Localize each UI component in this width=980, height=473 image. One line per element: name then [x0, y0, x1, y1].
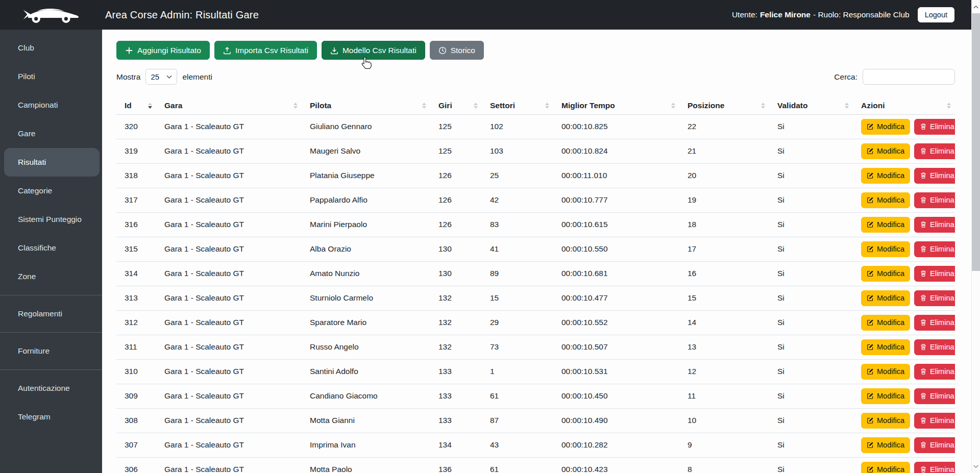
elimina-button[interactable]: Elimina: [914, 462, 955, 473]
pencil-square-icon: [867, 392, 874, 400]
sidebar-item-gare[interactable]: Gare: [0, 119, 102, 148]
pencil-square-icon: [867, 270, 874, 277]
trash-icon: [920, 441, 927, 449]
elimina-button[interactable]: Elimina: [914, 413, 955, 429]
elimina-button[interactable]: Elimina: [914, 437, 955, 453]
sidebar-item-risultati[interactable]: Risultati: [4, 148, 100, 177]
cell-posizione: 20: [679, 163, 769, 188]
cell-gara: Gara 1 - Scaleauto GT: [156, 457, 302, 473]
pencil-square-icon: [867, 221, 874, 228]
storico-button[interactable]: Storico: [430, 41, 484, 60]
clock-icon: [438, 46, 447, 55]
sidebar-item-categorie[interactable]: Categorie: [0, 177, 102, 205]
column-header-pilota[interactable]: Pilota: [302, 97, 430, 114]
trash-icon: [920, 245, 927, 253]
column-header-azioni[interactable]: Azioni: [853, 97, 955, 114]
cell-posizione: 18: [679, 212, 769, 237]
elimina-button[interactable]: Elimina: [914, 364, 955, 380]
table-row: 318Gara 1 - Scaleauto GTPlatania Giusepp…: [116, 163, 955, 188]
modifica-button[interactable]: Modifica: [861, 241, 910, 257]
cell-validato: Si: [769, 188, 853, 212]
modello-csv-risultati-button[interactable]: Modello Csv Risultati: [322, 41, 425, 60]
sidebar-item-regolamenti[interactable]: Regolamenti: [0, 300, 102, 328]
elimina-button[interactable]: Elimina: [914, 315, 955, 331]
modifica-button[interactable]: Modifica: [861, 266, 910, 282]
table-row: 311Gara 1 - Scaleauto GTRusso Angelo1327…: [116, 335, 955, 359]
elimina-button[interactable]: Elimina: [914, 339, 955, 355]
sidebar-item-campionati[interactable]: Campionati: [0, 91, 102, 119]
elimina-button[interactable]: Elimina: [914, 266, 955, 282]
modifica-button[interactable]: Modifica: [861, 119, 910, 135]
race-car-logo[interactable]: [0, 6, 102, 24]
elimina-button[interactable]: Elimina: [914, 143, 955, 159]
scroll-down-button[interactable]: [972, 462, 980, 471]
page-size-value: 25: [151, 72, 159, 81]
sidebar-item-autenticazione[interactable]: Autenticazione: [0, 374, 102, 403]
sidebar-item-club[interactable]: Club: [0, 34, 102, 62]
column-header-id[interactable]: Id: [116, 97, 156, 114]
sidebar-item-classifiche[interactable]: Classifiche: [0, 234, 102, 262]
modifica-button[interactable]: Modifica: [861, 143, 910, 159]
cell-pilota: Pappalardo Alfio: [302, 188, 430, 212]
modifica-button[interactable]: Modifica: [861, 217, 910, 233]
sidebar-item-telegram[interactable]: Telegram: [0, 403, 102, 431]
sidebar-item-forniture[interactable]: Forniture: [0, 337, 102, 365]
cell-settori: 61: [482, 457, 553, 473]
cell-miglior-tempo: 00:00:10.507: [553, 335, 679, 359]
elimina-button[interactable]: Elimina: [914, 168, 955, 184]
trash-icon: [920, 123, 927, 130]
modifica-button[interactable]: Modifica: [861, 462, 910, 473]
elimina-button[interactable]: Elimina: [914, 119, 955, 135]
modifica-button[interactable]: Modifica: [861, 388, 910, 404]
cell-giri: 133: [430, 384, 482, 408]
cell-posizione: 22: [679, 114, 769, 139]
elimina-button[interactable]: Elimina: [914, 388, 955, 404]
importa-csv-risultati-button[interactable]: Importa Csv Risultati: [214, 41, 317, 60]
pencil-square-icon: [867, 343, 874, 351]
column-header-settori[interactable]: Settori: [482, 97, 553, 114]
column-header-miglior-tempo[interactable]: Miglior Tempo: [553, 97, 679, 114]
cell-miglior-tempo: 00:00:10.681: [553, 261, 679, 286]
vertical-scrollbar[interactable]: [971, 0, 980, 473]
app-window: Area Corse Admin: Risultati Gare Utente:…: [0, 0, 980, 473]
sidebar-item-sistemi-punteggio[interactable]: Sistemi Punteggio: [0, 205, 102, 234]
cell-posizione: 15: [679, 286, 769, 310]
modifica-button[interactable]: Modifica: [861, 192, 910, 208]
cell-pilota: Imprima Ivan: [302, 433, 430, 457]
elimina-button[interactable]: Elimina: [914, 241, 955, 257]
cell-giri: 125: [430, 139, 482, 163]
modifica-button[interactable]: Modifica: [861, 290, 910, 306]
scrollbar-thumb[interactable]: [972, 13, 980, 271]
trash-icon: [920, 172, 927, 179]
column-label: Giri: [438, 101, 452, 110]
search-input[interactable]: [863, 69, 955, 85]
modifica-button[interactable]: Modifica: [861, 315, 910, 331]
elimina-button[interactable]: Elimina: [914, 192, 955, 208]
column-label: Posizione: [688, 101, 724, 110]
column-header-giri[interactable]: Giri: [430, 97, 482, 114]
logout-button[interactable]: Logout: [918, 7, 954, 22]
sidebar-item-zone[interactable]: Zone: [0, 262, 102, 291]
modifica-button[interactable]: Modifica: [861, 413, 910, 429]
modifica-button[interactable]: Modifica: [861, 339, 910, 355]
modifica-button[interactable]: Modifica: [861, 364, 910, 380]
column-label: Miglior Tempo: [561, 101, 615, 110]
modifica-button[interactable]: Modifica: [861, 437, 910, 453]
sidebar-item-piloti[interactable]: Piloti: [0, 62, 102, 91]
page-size-select[interactable]: 25: [145, 69, 177, 85]
elimina-button[interactable]: Elimina: [914, 217, 955, 233]
cell-azioni: ModificaElimina: [853, 408, 955, 433]
chevron-down-icon: [973, 465, 978, 468]
sort-icon: [148, 103, 152, 109]
cell-azioni: ModificaElimina: [853, 359, 955, 384]
cell-pilota: Motta Paolo: [302, 457, 430, 473]
elimina-button[interactable]: Elimina: [914, 290, 955, 306]
aggiungi-risultato-button[interactable]: Aggiungi Risultato: [116, 41, 210, 60]
modifica-button[interactable]: Modifica: [861, 168, 910, 184]
column-header-gara[interactable]: Gara: [156, 97, 302, 114]
cell-miglior-tempo: 00:00:10.282: [553, 433, 679, 457]
cell-pilota: Giuliano Gennaro: [302, 114, 430, 139]
column-header-posizione[interactable]: Posizione: [679, 97, 769, 114]
scroll-up-button[interactable]: [972, 2, 980, 11]
column-header-validato[interactable]: Validato: [769, 97, 853, 114]
